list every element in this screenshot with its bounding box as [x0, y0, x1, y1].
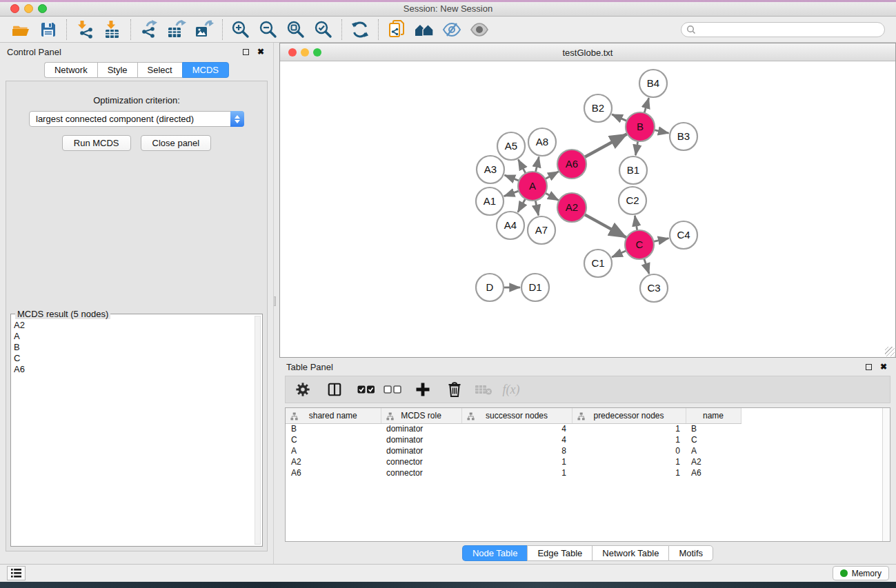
edge-A6-B[interactable]	[584, 134, 627, 158]
edge-A-A6[interactable]	[544, 172, 558, 179]
edge-A-A7[interactable]	[535, 200, 539, 216]
column-header-successor-nodes[interactable]: successor nodes	[461, 408, 572, 423]
cell-name[interactable]: C	[686, 434, 741, 445]
cell-name[interactable]: A2	[686, 456, 741, 467]
add-column-icon[interactable]	[411, 379, 435, 400]
column-header-shared-name[interactable]: shared name	[286, 408, 381, 423]
delete-table-icon[interactable]	[472, 379, 495, 400]
edge-A-A8[interactable]	[535, 156, 539, 172]
close-table-panel-icon[interactable]: ✖	[878, 361, 889, 372]
cell-successor-nodes[interactable]: 1	[461, 467, 572, 478]
zoom-out-icon[interactable]	[255, 19, 282, 41]
zoom-fit-icon[interactable]	[282, 19, 310, 41]
edge-C-C1[interactable]	[612, 250, 627, 257]
cell-mcds-role[interactable]: connector	[381, 467, 461, 478]
network-window-titlebar[interactable]: testGlobe.txt	[280, 43, 895, 61]
save-session-icon[interactable]	[34, 19, 62, 41]
edge-A-A4[interactable]	[518, 198, 526, 212]
cell-successor-nodes[interactable]: 8	[461, 445, 572, 456]
edge-C-C3[interactable]	[644, 258, 649, 274]
cell-shared-name[interactable]: A2	[286, 456, 381, 467]
cell-successor-nodes[interactable]: 1	[461, 456, 572, 467]
optimization-criterion-select[interactable]: largest connected component (directed)	[29, 111, 244, 127]
cell-name[interactable]: B	[686, 423, 741, 434]
cell-shared-name[interactable]: B	[286, 423, 381, 434]
new-network-from-selection-icon[interactable]	[383, 19, 410, 41]
hide-selected-icon[interactable]	[438, 19, 466, 41]
cell-shared-name[interactable]: A6	[286, 467, 381, 478]
edge-A-A1[interactable]	[504, 191, 519, 196]
column-selector-icon[interactable]	[323, 379, 346, 400]
open-file-icon[interactable]	[7, 19, 34, 41]
import-table-icon[interactable]	[99, 19, 126, 41]
column-header-name[interactable]: name	[686, 408, 741, 423]
column-header-mcds-role[interactable]: MCDS role	[381, 408, 461, 423]
deselect-all-icon[interactable]	[381, 379, 404, 400]
result-item[interactable]: C	[14, 353, 254, 364]
cell-predecessor-nodes[interactable]: 1	[572, 456, 686, 467]
close-panel-button[interactable]: Close panel	[141, 135, 212, 151]
edge-A2-C[interactable]	[584, 214, 626, 238]
zoom-selected-icon[interactable]	[310, 19, 337, 41]
cell-successor-nodes[interactable]: 4	[461, 423, 572, 434]
network-canvas[interactable]: B4B2BB3A8A5A6B1A3AA1C2A2A4A7C4CC1C3DD1	[280, 61, 895, 357]
close-panel-icon[interactable]: ✖	[255, 46, 266, 57]
table-row[interactable]: A6connector11A6	[286, 467, 752, 478]
tab-network-table[interactable]: Network Table	[592, 545, 668, 561]
window-resize-grip[interactable]	[885, 347, 895, 356]
cell-shared-name[interactable]: C	[286, 434, 381, 445]
tab-motifs[interactable]: Motifs	[668, 545, 713, 561]
tab-node-table[interactable]: Node Table	[462, 545, 528, 561]
table-settings-icon[interactable]	[291, 379, 315, 400]
delete-column-icon[interactable]	[443, 379, 466, 400]
edge-A-A2[interactable]	[545, 193, 559, 201]
edge-B-B3[interactable]	[654, 130, 669, 133]
mcds-result-list[interactable]: A2ABCA6	[14, 320, 254, 545]
edge-C-C2[interactable]	[635, 216, 637, 232]
cell-predecessor-nodes[interactable]: 0	[572, 445, 686, 456]
tab-network[interactable]: Network	[44, 62, 97, 78]
result-item[interactable]: A	[14, 331, 254, 342]
cell-mcds-role[interactable]: dominator	[381, 445, 461, 456]
result-item[interactable]: B	[14, 342, 254, 353]
export-table-icon[interactable]	[163, 19, 190, 41]
memory-button[interactable]: Memory	[833, 566, 889, 580]
edge-B-B1[interactable]	[635, 141, 637, 156]
cell-predecessor-nodes[interactable]: 1	[572, 467, 686, 478]
float-table-panel-icon[interactable]	[863, 361, 874, 372]
edge-B-B2[interactable]	[612, 114, 628, 121]
table-scrollbar[interactable]	[882, 408, 890, 541]
cell-predecessor-nodes[interactable]: 1	[572, 423, 686, 434]
result-scrollbar[interactable]	[255, 316, 261, 545]
edge-A-A5[interactable]	[518, 159, 526, 174]
table-row[interactable]: A2connector11A2	[286, 456, 752, 467]
cell-predecessor-nodes[interactable]: 1	[572, 434, 686, 445]
import-network-icon[interactable]	[71, 19, 99, 41]
node-table[interactable]: shared nameMCDS rolesuccessor nodesprede…	[286, 408, 752, 478]
table-row[interactable]: Bdominator41B	[286, 423, 752, 434]
table-row[interactable]: Adominator80A	[286, 445, 752, 456]
edge-C-C4[interactable]	[653, 239, 669, 242]
cell-name[interactable]: A	[686, 445, 741, 456]
run-mcds-button[interactable]: Run MCDS	[62, 135, 131, 151]
show-all-icon[interactable]	[466, 19, 493, 41]
cell-mcds-role[interactable]: connector	[381, 456, 461, 467]
apply-layout-icon[interactable]	[346, 19, 374, 41]
export-network-icon[interactable]	[135, 19, 163, 41]
table-row[interactable]: Cdominator41C	[286, 434, 752, 445]
tab-select[interactable]: Select	[137, 62, 182, 78]
cell-successor-nodes[interactable]: 4	[461, 434, 572, 445]
result-item[interactable]: A6	[14, 364, 254, 375]
select-all-icon[interactable]	[355, 379, 378, 400]
edge-A-A3[interactable]	[504, 175, 519, 181]
task-history-button[interactable]	[7, 566, 26, 580]
column-header-predecessor-nodes[interactable]: predecessor nodes	[572, 408, 686, 423]
edge-B-B4[interactable]	[644, 98, 649, 114]
cell-shared-name[interactable]: A	[286, 445, 381, 456]
float-panel-icon[interactable]	[240, 46, 251, 57]
zoom-in-icon[interactable]	[227, 19, 255, 41]
network-graph[interactable]: B4B2BB3A8A5A6B1A3AA1C2A2A4A7C4CC1C3DD1	[280, 61, 895, 357]
cell-mcds-role[interactable]: dominator	[381, 423, 461, 434]
tab-edge-table[interactable]: Edge Table	[527, 545, 592, 561]
search-input[interactable]	[681, 22, 885, 37]
